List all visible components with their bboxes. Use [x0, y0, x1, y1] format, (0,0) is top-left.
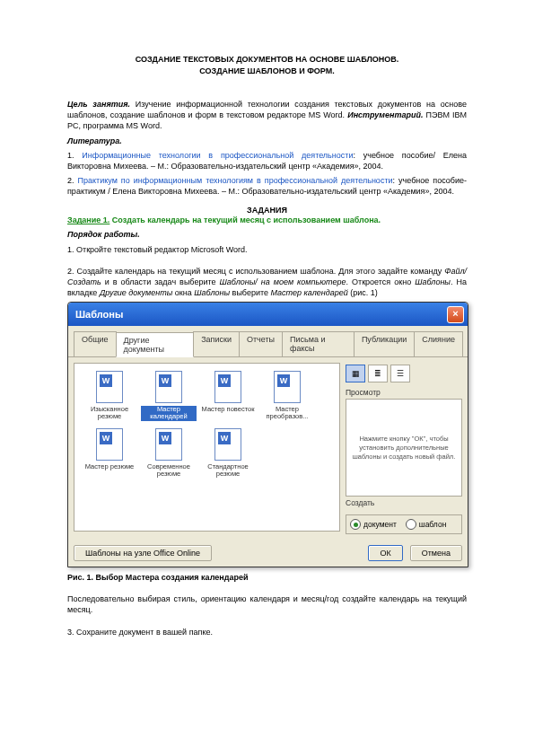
file-item[interactable]: Современное резюме [141, 428, 197, 479]
file-item[interactable]: Мастер повесток [200, 371, 256, 421]
s2f: Шаблоны [415, 277, 451, 286]
right-panel: ▦ ≣ ☰ Просмотр Нажмите кнопку "ОК", чтоб… [346, 363, 462, 534]
task1-num: Задание 1. [67, 215, 109, 224]
tab-memos[interactable]: Записки [193, 331, 240, 356]
s2j: Шаблоны [194, 288, 230, 297]
ok-button[interactable]: ОК [368, 545, 402, 561]
lit1-num: 1. [67, 151, 82, 160]
step-1: 1. Откройте текстовый редактор Microsoft… [67, 244, 467, 255]
dialog-titlebar[interactable]: Шаблоны × [68, 303, 468, 326]
literature-label: Литература. [67, 136, 467, 146]
instr-label: Инструментарий. [347, 110, 423, 119]
step-2: 2. Создайте календарь на текущий месяц с… [67, 266, 467, 298]
task1-title: Задание 1. Создать календарь на текущий … [67, 215, 467, 225]
file-item[interactable]: Изысканное резюме [82, 371, 137, 421]
doc-icon [274, 371, 301, 403]
doc-icon [96, 371, 123, 403]
view-buttons: ▦ ≣ ☰ [346, 363, 462, 386]
dialog-footer: Шаблоны на узле Office Online ОК Отмена [68, 540, 468, 567]
title-line-1: СОЗДАНИЕ ТЕКСТОВЫХ ДОКУМЕНТОВ НА ОСНОВЕ … [67, 54, 467, 66]
lit2-link: Практикум по информационным технологиям … [78, 176, 393, 185]
after-figure-text: Последовательно выбирая стиль, ориентаци… [67, 593, 467, 615]
s2i: окна [172, 288, 194, 297]
dialog-title: Шаблоны [75, 309, 123, 320]
doc-icon [214, 428, 241, 461]
s2l: Мастер календарей [270, 288, 347, 297]
tab-letters[interactable]: Письма и факсы [282, 331, 355, 356]
tab-general[interactable]: Общие [74, 331, 117, 356]
file-item[interactable]: Мастер преобразов... [259, 371, 315, 421]
tab-merge[interactable]: Слияние [414, 331, 463, 356]
view-large-icons[interactable]: ▦ [346, 365, 365, 382]
figure-caption: Рис. 1. Выбор Мастера создания календаре… [67, 572, 467, 583]
preview-label: Просмотр [346, 388, 462, 397]
create-label: Создать [346, 498, 462, 507]
file-item[interactable]: Стандартное резюме [200, 428, 256, 479]
file-list: Изысканное резюме Мастер календарей Маст… [74, 363, 340, 532]
file-label: Мастер резюме [82, 463, 137, 470]
radio-dot-icon [406, 519, 416, 530]
s2a: 2. Создайте календарь на текущий месяц с… [67, 267, 444, 276]
templates-dialog: Шаблоны × Общие Другие документы Записки… [67, 302, 468, 567]
tab-other-docs[interactable]: Другие документы [116, 332, 195, 357]
radio-document[interactable]: документ [350, 519, 397, 530]
doc-icon [96, 428, 123, 461]
file-label: Мастер повесток [200, 406, 256, 413]
doc-icon [155, 428, 182, 461]
view-list[interactable]: ≣ [368, 365, 388, 382]
title-line-2: СОЗДАНИЕ ШАБЛОНОВ И ФОРМ. [67, 66, 467, 77]
s2e: . Откроется окно [346, 277, 416, 286]
view-details[interactable]: ☰ [390, 365, 410, 382]
file-label: Стандартное резюме [200, 463, 256, 479]
task1-text: Создать календарь на текущий месяц с исп… [109, 215, 381, 224]
lit1-link: Информационные технологии в профессионал… [82, 151, 353, 160]
radio-template[interactable]: шаблон [406, 519, 447, 530]
preview-pane: Нажмите кнопку "ОК", чтобы установить до… [346, 399, 462, 497]
doc-icon [214, 371, 241, 403]
office-online-button[interactable]: Шаблоны на узле Office Online [74, 545, 212, 561]
preview-text: Нажмите кнопку "ОК", чтобы установить до… [352, 435, 456, 461]
literature-item-1: 1. Информационные технологии в профессио… [67, 150, 467, 171]
create-group: документ шаблон [346, 514, 462, 534]
file-label: Изысканное резюме [82, 406, 137, 421]
tab-reports[interactable]: Отчеты [239, 331, 283, 356]
s2m: (рис. 1) [348, 288, 378, 297]
goal-label: Цель занятия. [67, 100, 130, 109]
s2c: и в области задач выберите [101, 277, 220, 286]
cancel-button[interactable]: Отмена [410, 545, 462, 561]
doc-icon [155, 371, 182, 403]
goal-paragraph: Цель занятия. Изучение информационной те… [67, 99, 467, 131]
s2h: Другие документы [100, 288, 172, 297]
radio-tpl-label: шаблон [419, 520, 447, 529]
doc-title: СОЗДАНИЕ ТЕКСТОВЫХ ДОКУМЕНТОВ НА ОСНОВЕ … [67, 54, 467, 76]
dialog-tabs: Общие Другие документы Записки Отчеты Пи… [68, 326, 468, 357]
file-item[interactable]: Мастер резюме [82, 428, 137, 479]
file-label: Мастер календарей [141, 406, 197, 421]
s2d: Шаблоны/ на моем компьютере [220, 277, 346, 286]
order-label: Порядок работы. [67, 229, 467, 240]
file-label: Современное резюме [141, 463, 197, 479]
s2k: выберите [230, 288, 270, 297]
literature-item-2: 2. Практикум по информационным технологи… [67, 175, 467, 197]
file-item-selected[interactable]: Мастер календарей [141, 371, 197, 421]
file-label: Мастер преобразов... [259, 406, 315, 421]
radio-dot-icon [350, 519, 361, 530]
tab-publications[interactable]: Публикации [354, 331, 415, 356]
close-button[interactable]: × [447, 306, 464, 323]
radio-doc-label: документ [363, 520, 397, 529]
step-3: 3. Сохраните документ в вашей папке. [67, 627, 467, 637]
lit2-num: 2. [67, 176, 78, 185]
tasks-header: ЗАДАНИЯ [67, 206, 467, 215]
